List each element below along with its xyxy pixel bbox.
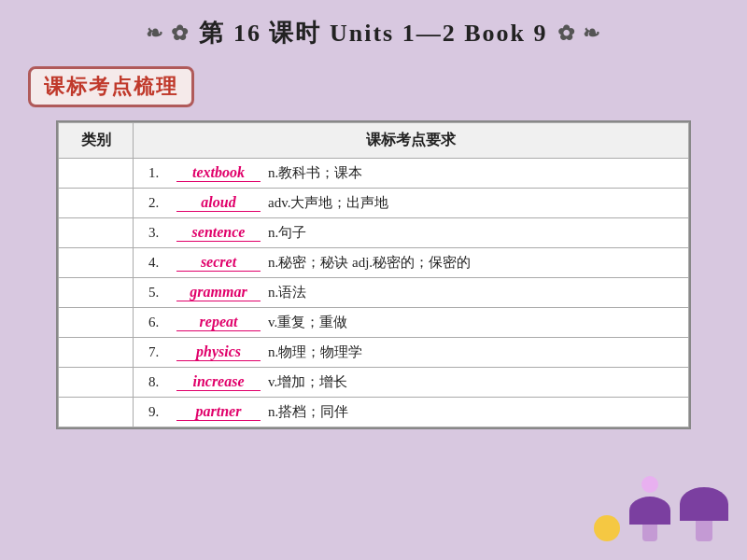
mushroom-top xyxy=(629,497,670,525)
category-cell xyxy=(59,248,134,278)
entry-number: 8. xyxy=(148,374,169,390)
entry-definition: n.秘密；秘诀 adj.秘密的；保密的 xyxy=(268,254,471,272)
category-cell xyxy=(59,189,134,218)
content-cell: 3.sentencen.句子 xyxy=(134,218,689,248)
page-header: ❧ ✿ 第 16 课时 Units 1—2 Book 9 ✿ ❧ xyxy=(0,0,747,59)
main-table-container: 类别 课标考点要求 1.textbookn.教科书；课本2.aloudadv.大… xyxy=(56,120,691,429)
category-cell xyxy=(59,338,134,368)
mushroom-deco-right xyxy=(680,487,728,541)
entry-word: increase xyxy=(176,373,261,391)
col-content-header: 课标考点要求 xyxy=(134,123,689,159)
entry-word: repeat xyxy=(176,314,261,331)
entry-word: aloud xyxy=(176,194,261,212)
entry-number: 9. xyxy=(148,404,169,420)
right-deco-group xyxy=(680,487,728,541)
mushroom-deco-left xyxy=(629,476,670,541)
entry-definition: n.教科书；课本 xyxy=(268,164,362,182)
table-row: 7.physicsn.物理；物理学 xyxy=(59,338,689,368)
entry-definition: v.重复；重做 xyxy=(268,314,347,331)
entry-definition: adv.大声地；出声地 xyxy=(268,194,388,212)
page-title: 第 16 课时 Units 1—2 Book 9 xyxy=(199,17,547,49)
entry-word: physics xyxy=(176,343,261,361)
content-cell: 7.physicsn.物理；物理学 xyxy=(134,338,689,368)
content-cell: 2.aloudadv.大声地；出声地 xyxy=(134,189,689,218)
entry-word: sentence xyxy=(176,224,261,242)
category-cell xyxy=(59,278,134,308)
table-row: 1.textbookn.教科书；课本 xyxy=(59,159,689,189)
entry-number: 3. xyxy=(148,225,169,241)
category-cell xyxy=(59,159,134,189)
entry-word: grammar xyxy=(176,284,261,301)
col-category-header: 类别 xyxy=(59,123,134,159)
mushroom-stem xyxy=(642,525,657,541)
vocab-table: 类别 课标考点要求 1.textbookn.教科书；课本2.aloudadv.大… xyxy=(58,122,689,427)
content-cell: 6.repeatv.重复；重做 xyxy=(134,308,689,338)
big-mushroom-top xyxy=(680,487,728,521)
table-row: 2.aloudadv.大声地；出声地 xyxy=(59,189,689,218)
entry-definition: n.搭档；同伴 xyxy=(268,403,348,421)
entry-word: secret xyxy=(176,254,261,272)
content-cell: 1.textbookn.教科书；课本 xyxy=(134,159,689,189)
table-row: 8.increasev.增加；增长 xyxy=(59,368,689,398)
entry-definition: n.句子 xyxy=(268,224,306,242)
entry-word: partner xyxy=(176,403,261,421)
content-cell: 9.partnern.搭档；同伴 xyxy=(134,398,689,427)
table-row: 3.sentencen.句子 xyxy=(59,218,689,248)
content-cell: 8.increasev.增加；增长 xyxy=(134,368,689,398)
entry-number: 2. xyxy=(148,195,169,211)
section-label: 课标考点梳理 xyxy=(28,66,194,107)
table-row: 6.repeatv.重复；重做 xyxy=(59,308,689,338)
entry-number: 1. xyxy=(148,165,169,181)
category-cell xyxy=(59,308,134,338)
decorations xyxy=(594,476,728,541)
content-cell: 4.secretn.秘密；秘诀 adj.秘密的；保密的 xyxy=(134,248,689,278)
entry-word: textbook xyxy=(176,164,261,182)
table-row: 5.grammarn.语法 xyxy=(59,278,689,308)
big-mushroom-stem xyxy=(696,521,712,541)
content-cell: 5.grammarn.语法 xyxy=(134,278,689,308)
table-row: 4.secretn.秘密；秘诀 adj.秘密的；保密的 xyxy=(59,248,689,278)
entry-definition: v.增加；增长 xyxy=(268,373,347,391)
small-circle-deco xyxy=(641,476,658,493)
entry-definition: n.语法 xyxy=(268,284,306,301)
category-cell xyxy=(59,218,134,248)
yellow-circle-deco xyxy=(594,515,620,541)
entry-definition: n.物理；物理学 xyxy=(268,343,362,361)
category-cell xyxy=(59,398,134,427)
category-cell xyxy=(59,368,134,398)
entry-number: 6. xyxy=(148,315,169,330)
entry-number: 7. xyxy=(148,344,169,360)
header-deco-right: ✿ ❧ xyxy=(557,21,602,46)
entry-number: 4. xyxy=(148,255,169,271)
table-row: 9.partnern.搭档；同伴 xyxy=(59,398,689,427)
entry-number: 5. xyxy=(148,285,169,301)
header-deco-left: ❧ ✿ xyxy=(146,21,190,46)
